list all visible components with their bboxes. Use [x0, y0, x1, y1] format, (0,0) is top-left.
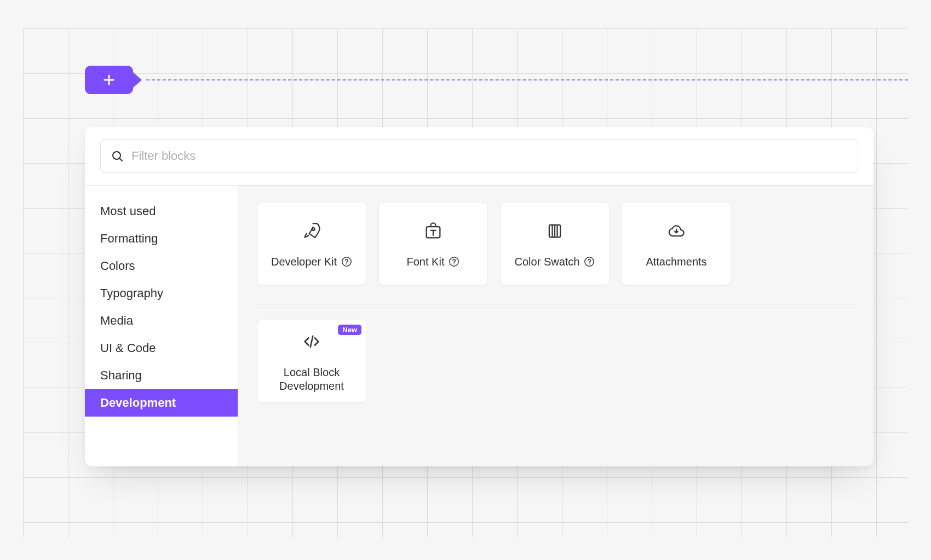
sidebar-item-ui-code[interactable]: UI & Code	[85, 334, 238, 362]
section-divider	[257, 304, 855, 304]
help-icon[interactable]	[449, 256, 459, 267]
help-icon[interactable]	[341, 256, 352, 267]
search-icon	[111, 149, 124, 163]
block-card-label: Local Block Development	[264, 366, 359, 393]
filter-bar	[85, 127, 873, 185]
add-block-button[interactable]	[85, 66, 133, 94]
block-section-primary: Developer Kit Font Kit	[257, 202, 855, 285]
block-card-developer-kit[interactable]: Developer Kit	[257, 202, 366, 285]
block-card-font-kit[interactable]: Font Kit	[378, 202, 488, 285]
sidebar-item-most-used[interactable]: Most used	[85, 198, 238, 225]
block-card-color-swatch[interactable]: Color Swatch	[500, 202, 610, 285]
sidebar-item-typography[interactable]: Typography	[85, 280, 238, 307]
sidebar-item-sharing[interactable]: Sharing	[85, 362, 238, 389]
block-section-secondary: New Local Block Development	[257, 320, 855, 403]
swatch-icon	[545, 221, 565, 243]
font-case-icon	[423, 221, 443, 243]
block-card-local-block-dev[interactable]: New Local Block Development	[257, 320, 366, 403]
block-card-label: Color Swatch	[515, 255, 580, 269]
sidebar-item-formatting[interactable]: Formatting	[85, 225, 238, 252]
sidebar-item-media[interactable]: Media	[85, 307, 238, 334]
cloud-download-icon	[666, 221, 686, 243]
insert-row	[85, 66, 908, 94]
picker-body: Most used Formatting Colors Typography M…	[85, 185, 873, 466]
help-icon[interactable]	[584, 256, 595, 267]
rocket-icon	[302, 221, 321, 243]
code-icon	[302, 332, 321, 354]
block-card-label: Attachments	[646, 255, 706, 269]
filter-input[interactable]	[130, 148, 848, 164]
sidebar-item-development[interactable]: Development	[85, 389, 238, 417]
category-sidebar: Most used Formatting Colors Typography M…	[85, 186, 238, 466]
new-badge: New	[338, 325, 361, 335]
block-card-attachments[interactable]: Attachments	[622, 202, 731, 285]
block-picker-panel: Most used Formatting Colors Typography M…	[85, 127, 873, 466]
insert-line	[146, 79, 908, 80]
block-grid: Developer Kit Font Kit	[238, 186, 873, 466]
block-card-label: Font Kit	[407, 255, 445, 269]
block-card-label: Developer Kit	[271, 255, 337, 269]
sidebar-item-colors[interactable]: Colors	[85, 252, 238, 280]
filter-search[interactable]	[100, 139, 858, 173]
plus-icon	[101, 72, 117, 88]
